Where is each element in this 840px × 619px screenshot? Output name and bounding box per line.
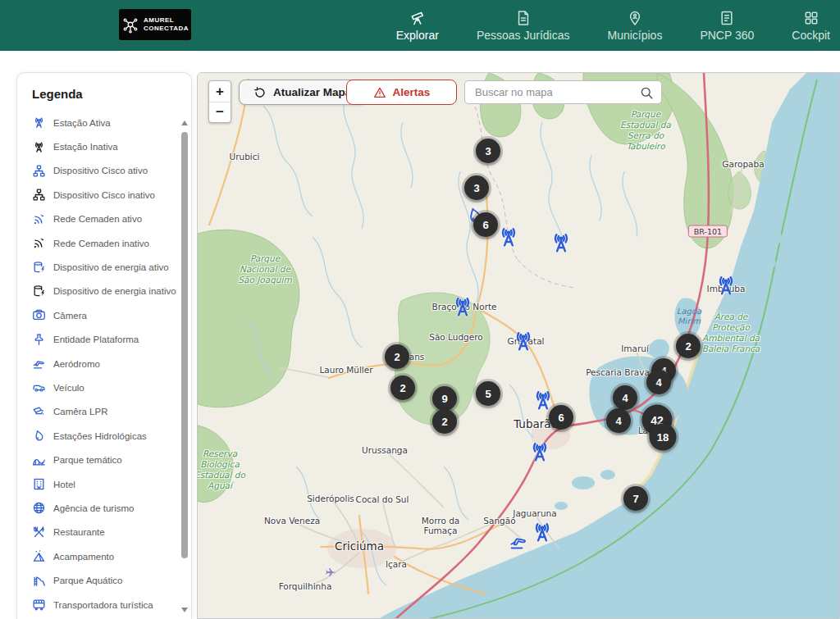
map-zoom-control: + − bbox=[208, 80, 231, 123]
legend-item-dispositivo-de-energia-inativo: Dispositivo de energia inativo bbox=[32, 280, 191, 303]
station-marker[interactable] bbox=[450, 294, 476, 320]
document-lines-icon bbox=[719, 10, 735, 26]
cluster-count: 4 bbox=[615, 415, 621, 427]
nav-item-explorar[interactable]: Explorar bbox=[396, 10, 439, 42]
legend-item-label: Transportadora turística bbox=[53, 600, 153, 610]
hotel-icon bbox=[32, 477, 46, 491]
legend-panel: Legenda Estação AtivaEstação InativaDisp… bbox=[16, 72, 192, 619]
legend-item-rede-cemaden-ativo: Rede Cemaden ativo bbox=[32, 207, 191, 231]
energy-icon bbox=[32, 261, 46, 275]
legend-item-label: Dispositivo de energia ativo bbox=[53, 262, 169, 272]
document-icon bbox=[515, 10, 532, 26]
camera-icon bbox=[32, 308, 46, 322]
cluster-marker[interactable]: 4 bbox=[646, 370, 671, 394]
car-icon bbox=[32, 380, 46, 394]
cluster-marker[interactable]: 9 bbox=[432, 386, 457, 411]
cluster-count: 6 bbox=[482, 219, 488, 231]
station-marker[interactable] bbox=[527, 439, 553, 465]
legend-item-label: Entidade Plataforma bbox=[53, 335, 139, 344]
cluster-marker[interactable]: 6 bbox=[473, 212, 498, 237]
drop-icon bbox=[32, 429, 46, 443]
scroll-up-icon[interactable] bbox=[181, 121, 188, 125]
search-icon[interactable] bbox=[639, 85, 654, 100]
cluster-count: 7 bbox=[632, 493, 638, 505]
legend-item-label: Estação Inativa bbox=[53, 142, 118, 152]
telescope-icon bbox=[409, 10, 426, 26]
cluster-marker[interactable]: 18 bbox=[650, 424, 677, 451]
signal-icon bbox=[32, 236, 46, 250]
refresh-map-label: Atualizar Mapa bbox=[273, 86, 351, 98]
cluster-count: 4 bbox=[622, 392, 628, 404]
station-marker[interactable] bbox=[549, 230, 574, 256]
nav-item-label: Explorar bbox=[396, 29, 439, 42]
nav-item-pncp-360[interactable]: PNCP 360 bbox=[700, 10, 754, 42]
aerodrome-marker[interactable] bbox=[509, 532, 528, 552]
scroll-down-icon[interactable] bbox=[181, 608, 188, 612]
map-container[interactable]: UrubiciBraço do NorteSão LudgeroGravatal… bbox=[197, 72, 840, 619]
alerts-label: Alertas bbox=[393, 86, 431, 98]
nav-item-pessoas-juridicas[interactable]: Pessoas Jurídicas bbox=[477, 10, 570, 42]
legend-title: Legenda bbox=[32, 87, 191, 101]
cluster-marker[interactable]: 7 bbox=[623, 486, 648, 511]
nav-item-cockpit[interactable]: Cockpit bbox=[792, 10, 830, 42]
map-pin-person-icon bbox=[627, 10, 643, 26]
legend-item-dispositivo-de-energia-ativo: Dispositivo de energia ativo bbox=[32, 255, 191, 279]
app-logo[interactable]: AMURELCONECTADA bbox=[119, 9, 191, 40]
cluster-marker[interactable]: 6 bbox=[549, 405, 573, 430]
airport-symbol[interactable] bbox=[326, 567, 338, 579]
antenna-icon bbox=[32, 140, 46, 154]
legend-item-hotel: Hotel bbox=[32, 472, 191, 496]
cluster-marker[interactable]: 3 bbox=[464, 175, 489, 200]
cluster-count: 2 bbox=[394, 351, 399, 363]
legend-item-estacao-ativa: Estação Ativa bbox=[32, 111, 191, 134]
airplane-icon bbox=[32, 357, 46, 371]
legend-item-dispositivo-cisco-inativo: Dispositivo Cisco inativo bbox=[32, 183, 191, 207]
app-header: AMURELCONECTADA ExplorarPessoas Jurídica… bbox=[0, 0, 840, 51]
legend-item-dispositivo-cisco-ativo: Dispositivo Cisco ativo bbox=[32, 159, 191, 183]
station-marker[interactable] bbox=[714, 273, 739, 298]
legend-item-camera-lpr: Camêra LPR bbox=[32, 400, 191, 424]
legend-item-label: Camêra LPR bbox=[53, 407, 107, 416]
zoom-in-button[interactable]: + bbox=[209, 81, 231, 102]
cluster-marker[interactable]: 2 bbox=[432, 409, 457, 434]
cluster-marker[interactable]: 4 bbox=[613, 385, 637, 410]
station-marker[interactable] bbox=[511, 329, 536, 354]
antenna-icon bbox=[32, 116, 46, 130]
legend-item-camera: Câmera bbox=[32, 303, 191, 327]
station-marker[interactable] bbox=[530, 520, 555, 545]
legend-item-parque-aquatico: Parque Aquático bbox=[32, 568, 191, 592]
pin-icon bbox=[32, 333, 46, 347]
legend-item-estacao-inativa: Estação Inativa bbox=[32, 134, 191, 158]
legend-item-label: Rede Cemaden ativo bbox=[53, 214, 142, 224]
cluster-count: 3 bbox=[473, 182, 479, 194]
cluster-marker[interactable]: 3 bbox=[476, 139, 500, 163]
legend-list: Estação AtivaEstação InativaDispositivo … bbox=[32, 111, 191, 617]
station-marker[interactable] bbox=[496, 225, 522, 250]
map-search-input[interactable] bbox=[465, 86, 639, 98]
legend-item-label: Estação Ativa bbox=[53, 118, 111, 128]
legend-item-label: Agência de turismo bbox=[53, 503, 134, 513]
alerts-button[interactable]: Alertas bbox=[346, 80, 457, 105]
energy-icon bbox=[32, 284, 46, 298]
nav-item-municipios[interactable]: Municípios bbox=[607, 10, 662, 42]
cluster-marker[interactable]: 2 bbox=[385, 344, 409, 369]
legend-item-label: Restaurante bbox=[53, 527, 105, 537]
cluster-count: 4 bbox=[655, 376, 661, 389]
legend-item-label: Dispositivo de energia inativo bbox=[53, 286, 176, 296]
cluster-marker[interactable]: 5 bbox=[476, 381, 500, 406]
legend-item-parque-tematico: Parque temático bbox=[32, 448, 191, 471]
map-markers-layer: 3362295262444442187 bbox=[198, 73, 840, 619]
cluster-count: 5 bbox=[485, 388, 491, 400]
legend-item-label: Parque temático bbox=[53, 455, 122, 465]
legend-scrollbar[interactable] bbox=[180, 119, 189, 614]
cluster-marker[interactable]: 2 bbox=[390, 375, 415, 400]
cluster-marker[interactable]: 2 bbox=[676, 334, 701, 358]
bus-icon bbox=[32, 598, 46, 612]
cluster-count: 6 bbox=[558, 412, 564, 424]
zoom-out-button[interactable]: − bbox=[209, 102, 231, 122]
scrollbar-thumb[interactable] bbox=[181, 132, 188, 558]
legend-item-rede-cemaden-inativo: Rede Cemaden inativo bbox=[32, 231, 191, 255]
cluster-marker[interactable]: 4 bbox=[606, 408, 631, 433]
legend-item-veiculo: Veículo bbox=[32, 375, 191, 399]
legend-item-agencia-de-turismo: Agência de turismo bbox=[32, 496, 191, 520]
